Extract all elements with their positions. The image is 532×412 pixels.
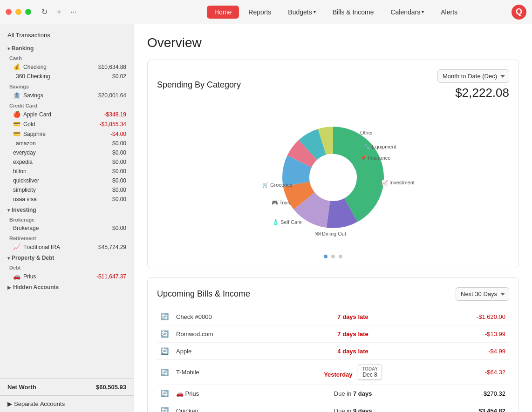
sidebar-item-savings[interactable]: 🏦 Savings $20,001.64 bbox=[0, 90, 134, 100]
bills-row-check0000[interactable]: 🔄 Check #0000 7 days late -$1,620.00 bbox=[157, 308, 509, 325]
sidebar-item-usaa[interactable]: usaa visa $0.00 bbox=[0, 195, 134, 204]
label-other: Other bbox=[360, 130, 373, 135]
prius-bill-name: 🚗 Prius bbox=[172, 385, 288, 402]
bills-period-select[interactable]: Next 30 Days Next 7 Days Next 14 Days Th… bbox=[456, 287, 509, 301]
donut-hole bbox=[310, 154, 356, 201]
spending-total-amount: $2,222.08 bbox=[455, 86, 509, 100]
sidebar-item-brokerage[interactable]: Brokerage $0.00 bbox=[0, 223, 134, 233]
sidebar-section-hidden[interactable]: ▶ Hidden Accounts bbox=[0, 281, 134, 291]
prius-label: Prius bbox=[23, 273, 96, 280]
sapphire-icon: 💳 bbox=[13, 130, 20, 137]
nav-reports[interactable]: Reports bbox=[241, 6, 279, 19]
sidebar-item-simplicity[interactable]: simplicity $0.00 bbox=[0, 185, 134, 195]
prius-bill-icon: 🔄 bbox=[161, 390, 169, 397]
sidebar-item-amazon[interactable]: amazon $0.00 bbox=[0, 139, 134, 148]
apple-icon: 🔄 bbox=[161, 347, 169, 355]
bills-row-romwod[interactable]: 🔄 Romwod.com 7 days late -$13.99 bbox=[157, 325, 509, 343]
romwod-icon: 🔄 bbox=[161, 330, 169, 338]
ira-label: Traditional IRA bbox=[23, 244, 98, 250]
nav-home[interactable]: Home bbox=[207, 6, 239, 19]
usaa-label: usaa visa bbox=[13, 196, 112, 203]
everyday-value: $0.00 bbox=[112, 149, 126, 156]
sidebar-section-investing[interactable]: ▾ Investing bbox=[0, 204, 134, 214]
app-body: All Transactions ▾ Banking Cash 💰 Checki… bbox=[0, 24, 532, 412]
sidebar-section-banking[interactable]: ▾ Banking bbox=[0, 42, 134, 53]
sidebar-item-prius[interactable]: 🚗 Prius -$11,647.37 bbox=[0, 271, 134, 281]
separate-accounts-label: Separate Accounts bbox=[14, 400, 65, 407]
sidebar-item-hilton[interactable]: hilton $0.00 bbox=[0, 167, 134, 176]
label-insurance: 📌 Insurance bbox=[360, 155, 390, 161]
sidebar-section-property-label: Property & Debt bbox=[12, 255, 54, 261]
today-badge-date: Dec 8 bbox=[362, 371, 378, 378]
bills-table: 🔄 Check #0000 7 days late -$1,620.00 🔄 R… bbox=[157, 308, 509, 412]
separate-accounts[interactable]: ▶ Separate Accounts bbox=[0, 395, 134, 412]
bills-row-prius[interactable]: 🔄 🚗 Prius Due in 7 days -$270.32 bbox=[157, 385, 509, 402]
quicken-amount: $3,454.82 bbox=[417, 402, 509, 412]
label-investment: 📈 Investment bbox=[382, 179, 415, 186]
brokerage-label: Brokerage bbox=[13, 225, 112, 231]
sidebar-all-transactions[interactable]: All Transactions bbox=[0, 28, 134, 42]
label-toys: 🎮 Toys bbox=[272, 199, 290, 206]
nav-calendars[interactable]: Calendars ▾ bbox=[383, 6, 431, 19]
refresh-button[interactable]: ↻ bbox=[39, 6, 50, 18]
close-button[interactable] bbox=[6, 9, 12, 15]
amazon-label: amazon bbox=[16, 140, 112, 147]
net-worth-label: Net Worth bbox=[7, 384, 36, 391]
sidebar-section-investing-label: Investing bbox=[12, 207, 36, 213]
sidebar-item-traditional-ira[interactable]: 📈 Traditional IRA $45,724.29 bbox=[0, 242, 134, 252]
more-button[interactable]: ··· bbox=[68, 6, 79, 18]
amazon-value: $0.00 bbox=[112, 140, 126, 147]
bills-row-apple[interactable]: 🔄 Apple 4 days late -$4.99 bbox=[157, 343, 509, 360]
new-tab-button[interactable]: + bbox=[54, 6, 64, 18]
romwod-amount: -$13.99 bbox=[417, 325, 509, 343]
pagination-dot-3[interactable] bbox=[339, 255, 342, 258]
sidebar: All Transactions ▾ Banking Cash 💰 Checki… bbox=[0, 24, 134, 412]
pagination-dot-1[interactable] bbox=[324, 255, 327, 258]
prius-bill-status: Due in 7 days bbox=[288, 385, 417, 402]
bills-row-tmobile[interactable]: 🔄 T-Mobile Yesterday TODAY Dec 8 -$64.32 bbox=[157, 360, 509, 385]
tmobile-status: Yesterday TODAY Dec 8 bbox=[288, 360, 417, 385]
nav-alerts[interactable]: Alerts bbox=[433, 6, 465, 19]
hilton-label: hilton bbox=[13, 168, 112, 175]
label-equipment: 🔧 Equipment bbox=[364, 143, 396, 150]
sidebar-item-gold[interactable]: 💳 Gold -$3,855.34 bbox=[0, 119, 134, 129]
chevron-down-icon: ▾ bbox=[7, 46, 10, 51]
spending-period-select[interactable]: Month to Date (Dec) Last Month Last 3 Mo… bbox=[437, 69, 509, 83]
chevron-right-icon-hidden: ▶ bbox=[7, 285, 11, 290]
brokerage-value: $0.00 bbox=[112, 225, 126, 231]
sidebar-item-quicksilver[interactable]: quicksilver $0.00 bbox=[0, 176, 134, 185]
savings-label: Savings bbox=[23, 92, 98, 99]
window-controls bbox=[6, 9, 31, 15]
main-content: Overview Spending By Category Month to D… bbox=[134, 24, 532, 412]
sidebar-item-360checking[interactable]: 360 Checking $0.02 bbox=[0, 72, 134, 81]
bills-row-quicken[interactable]: 🔄 Quicken Due in 9 days $3,454.82 bbox=[157, 402, 509, 412]
sapphire-value: -$4.00 bbox=[110, 131, 126, 137]
minimize-button[interactable] bbox=[15, 9, 21, 15]
bills-card-header: Upcoming Bills & Income Next 30 Days Nex… bbox=[157, 287, 509, 301]
sidebar-subsection-savings: Savings bbox=[0, 83, 134, 90]
check0000-name: Check #0000 bbox=[172, 308, 288, 325]
check0000-icon: 🔄 bbox=[161, 313, 169, 320]
sidebar-item-sapphire[interactable]: 💳 Sapphire -$4.00 bbox=[0, 129, 134, 139]
nav-budgets[interactable]: Budgets ▾ bbox=[280, 6, 323, 19]
titlebar-actions: ↻ + ··· bbox=[39, 6, 80, 18]
sidebar-item-apple-card[interactable]: 🍎 Apple Card -$348.19 bbox=[0, 109, 134, 119]
tmobile-icon: 🔄 bbox=[161, 369, 169, 376]
quicken-status: Due in 9 days bbox=[288, 402, 417, 412]
pagination-dot-2[interactable] bbox=[331, 255, 335, 258]
nav-bills-income[interactable]: Bills & Income bbox=[325, 6, 382, 19]
romwod-status: 7 days late bbox=[288, 325, 417, 343]
spending-card: Spending By Category Month to Date (Dec)… bbox=[147, 60, 519, 268]
sidebar-item-checking[interactable]: 💰 Checking $10,634.88 bbox=[0, 62, 134, 72]
maximize-button[interactable] bbox=[25, 9, 31, 15]
apple-amount: -$4.99 bbox=[417, 343, 509, 360]
gold-label: Gold bbox=[23, 121, 100, 128]
prius-icon: 🚗 bbox=[13, 273, 20, 280]
everyday-label: everyday bbox=[13, 149, 112, 156]
sidebar-item-expedia[interactable]: expedia $0.00 bbox=[0, 157, 134, 167]
sidebar-item-everyday[interactable]: everyday $0.00 bbox=[0, 148, 134, 157]
sidebar-footer: Net Worth $60,505.93 bbox=[0, 378, 134, 395]
chevron-down-icon-investing: ▾ bbox=[7, 208, 10, 213]
apple-name: Apple bbox=[172, 343, 288, 360]
sidebar-section-property-debt[interactable]: ▾ Property & Debt bbox=[0, 252, 134, 262]
